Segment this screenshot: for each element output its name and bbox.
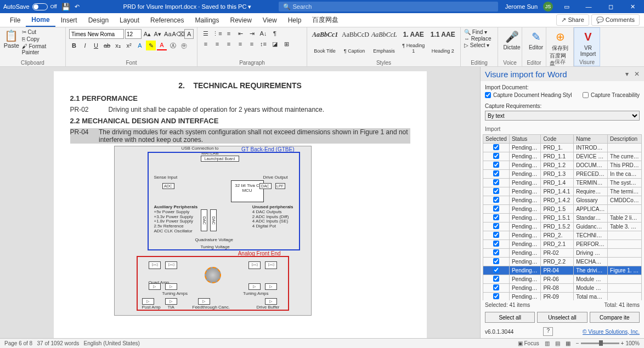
tab-design[interactable]: Design [83, 14, 114, 26]
row-checkbox[interactable] [493, 144, 499, 150]
row-checkbox[interactable] [493, 293, 499, 299]
highlight-button[interactable]: ✎ [146, 41, 156, 50]
grow-font-icon[interactable]: A▴ [143, 29, 152, 39]
capture-heading-checkbox[interactable] [485, 92, 491, 98]
numbering-icon[interactable]: ⋮≡ [212, 29, 222, 38]
table-row[interactable]: Pending…PRD_1.4.1Require…The terminology… [483, 187, 642, 196]
phonetic-guide-icon[interactable]: ㊥ [179, 41, 189, 50]
italic-button[interactable]: I [80, 41, 90, 50]
help-icon[interactable]: ? [543, 327, 553, 336]
table-row[interactable]: Pending…PRD_1.1DEVICE …The current devel… [483, 152, 642, 161]
tab-mailings[interactable]: Mailings [189, 14, 224, 26]
undo-icon[interactable]: ↶ [75, 3, 80, 10]
strike-button[interactable]: ab [102, 41, 112, 50]
style-book-title[interactable]: AaBbCc1Book Title [310, 29, 339, 55]
row-checkbox[interactable] [493, 232, 499, 238]
align-center-icon[interactable]: ≡ [212, 39, 222, 48]
requirements-grid[interactable]: Selected Status Code Name Description Pe… [483, 134, 642, 300]
autosave-toggle[interactable] [32, 3, 48, 10]
distributed-icon[interactable]: ≡ [247, 39, 257, 48]
editor-button[interactable]: ✎Editor [526, 29, 546, 50]
underline-button[interactable]: U [91, 41, 101, 50]
table-row[interactable]: Pending…PR-09Total ma… [483, 293, 642, 301]
row-checkbox[interactable] [493, 179, 499, 185]
capture-by-select[interactable]: By text [485, 111, 640, 121]
tab-home[interactable]: Home [26, 14, 55, 27]
inc-indent-icon[interactable]: ⇥ [247, 29, 257, 38]
tab-references[interactable]: References [145, 14, 189, 26]
search-box[interactable]: 🔍 Search [279, 2, 498, 12]
replace-button[interactable]: ↔ Replace [464, 36, 494, 42]
align-right-icon[interactable]: ≡ [224, 39, 234, 48]
table-row[interactable]: Pending…PR-06Module … [483, 275, 642, 284]
table-row[interactable]: Pending…PRD_1.4TERMIN…The system require… [483, 179, 642, 187]
maximize-icon[interactable]: ◻ [602, 3, 619, 10]
col-selected[interactable]: Selected [483, 135, 510, 144]
row-checkbox[interactable] [493, 284, 499, 290]
tab-view[interactable]: View [257, 14, 283, 26]
cut-button[interactable]: ✂ Cut [22, 29, 62, 35]
table-row[interactable]: Pending…PR-08Module … [483, 284, 642, 293]
tab-review[interactable]: Review [224, 14, 257, 26]
zoom-out-icon[interactable]: − [576, 340, 579, 346]
table-row[interactable]: Pending…PRD_2.1PERFOR… [483, 240, 642, 249]
sort-icon[interactable]: A↓ [258, 29, 268, 38]
tab-baidu[interactable]: 百度网盘 [307, 13, 344, 27]
page-indicator[interactable]: Page 6 of 8 [4, 340, 32, 346]
panel-close-icon[interactable]: ✕ [634, 70, 640, 78]
row-checkbox[interactable] [493, 223, 499, 229]
subscript-button[interactable]: x₂ [113, 41, 123, 50]
table-row[interactable]: Pending…PRD_2.2MECHA… [483, 258, 642, 266]
compare-button[interactable]: Compare ite [590, 312, 640, 323]
panel-dropdown-icon[interactable]: ▾ [625, 70, 629, 78]
tab-layout[interactable]: Layout [114, 14, 145, 26]
row-checkbox[interactable] [493, 267, 499, 273]
capture-trace-checkbox[interactable] [583, 92, 589, 98]
text-effects-icon[interactable]: A [135, 41, 145, 50]
font-size-select[interactable] [125, 29, 142, 39]
table-row[interactable]: Pending…PRD_1.3PRECED…In the case of con… [483, 170, 642, 179]
line-spacing-icon[interactable]: ↕≡ [258, 39, 268, 48]
show-marks-icon[interactable]: ¶ [270, 29, 280, 38]
table-row[interactable]: Pending…PRD_2.TECHNI… [483, 231, 642, 240]
document-area[interactable]: TRINITY 2. TECHNICAL REQUIREMENTS 2.1 PE… [0, 67, 480, 338]
find-button[interactable]: 🔍 Find ▾ [464, 29, 494, 35]
bold-button[interactable]: B [69, 41, 79, 50]
font-color-button[interactable]: A [157, 41, 167, 50]
col-status[interactable]: Status [509, 135, 540, 144]
select-all-button[interactable]: Select all [485, 312, 535, 323]
close-icon[interactable]: ✕ [624, 3, 641, 10]
word-count[interactable]: 37 of 1092 words [37, 340, 80, 346]
row-checkbox[interactable] [493, 276, 499, 282]
justify-icon[interactable]: ≡ [235, 39, 245, 48]
align-left-icon[interactable]: ≡ [201, 39, 211, 48]
format-painter-button[interactable]: 🖌 Format Painter [22, 43, 62, 55]
zoom-level[interactable]: 100% [625, 340, 640, 346]
share-button[interactable]: ↗ Share [556, 14, 589, 26]
dictate-button[interactable]: 🎤Dictate [501, 29, 522, 50]
style-emphasis[interactable]: AaBbCcLEmphasis [370, 29, 398, 55]
view-print-icon[interactable]: ▥ [545, 340, 550, 346]
copy-button[interactable]: ⎘ Copy [22, 36, 62, 42]
focus-button[interactable]: ▣ Focus [518, 340, 539, 346]
tab-file[interactable]: File [4, 14, 26, 26]
bullets-icon[interactable]: ☰ [201, 29, 211, 38]
table-row[interactable]: Pending…PRD_1.4.2GlossaryCMDDCool Medica… [483, 196, 642, 205]
copyright-link[interactable]: © Visure Solutions, Inc. [583, 329, 640, 335]
tab-insert[interactable]: Insert [55, 14, 83, 26]
row-checkbox[interactable] [493, 241, 499, 247]
superscript-button[interactable]: x² [124, 41, 134, 50]
row-checkbox[interactable] [493, 188, 499, 194]
minimize-icon[interactable]: — [580, 3, 597, 10]
tab-help[interactable]: Help [283, 14, 307, 26]
change-case-icon[interactable]: Aa [163, 29, 172, 39]
enclose-char-icon[interactable]: Ⓐ [168, 41, 178, 50]
language-indicator[interactable]: English (United States) [84, 340, 140, 346]
clear-format-icon[interactable]: A⌫ [173, 29, 183, 39]
col-name[interactable]: Name [574, 135, 608, 144]
comments-button[interactable]: 💬 Comments [591, 14, 640, 26]
col-code[interactable]: Code [541, 135, 574, 144]
save-icon[interactable]: 💾 [61, 3, 70, 11]
row-checkbox[interactable] [493, 249, 499, 255]
table-row[interactable]: Pending…PRD_1.2DOCUM…This PRD defines th… [483, 161, 642, 170]
